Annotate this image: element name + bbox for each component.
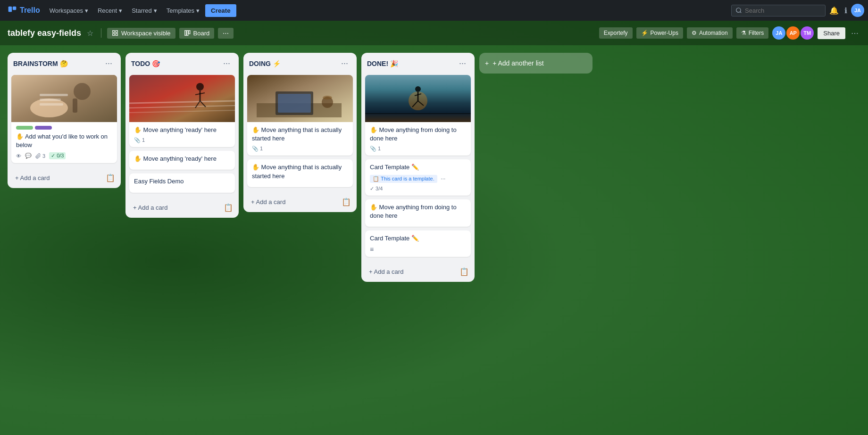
attach-badge: 📎 1	[134, 137, 145, 143]
card-done-1[interactable]: ✋ Move anything from doing to done here …	[365, 75, 471, 156]
card-body: ✋ Move anything 'ready' here	[129, 151, 235, 170]
workspaces-menu[interactable]: Workspaces ▾	[46, 5, 92, 16]
svg-rect-13	[40, 98, 61, 101]
list-menu-done[interactable]: ···	[456, 57, 469, 69]
board-view-button[interactable]: Board	[179, 28, 215, 39]
board-header: tablefy easy-fields ☆ Workspace visible …	[0, 21, 868, 45]
card-body: Card Template ✏️ 📋 This card is a templa…	[365, 159, 471, 195]
card-text-doing-1: ✋ Move anything that is actually started…	[252, 126, 348, 143]
exportefy-button[interactable]: Exportefy	[599, 27, 633, 39]
card-todo-3[interactable]: Easy Fields Demo	[129, 173, 235, 192]
templates-menu[interactable]: Templates ▾	[163, 5, 203, 16]
card-todo-1[interactable]: ✋ Move anything 'ready' here 📎 1	[129, 75, 235, 147]
star-button[interactable]: ☆	[85, 27, 95, 40]
list-footer-doing: + Add a card 📋	[243, 193, 357, 212]
starred-menu[interactable]: Starred ▾	[128, 5, 161, 16]
list-header-todo: TODO 🎯 ···	[125, 53, 239, 73]
card-text-done-1: ✋ Move anything from doing to done here	[370, 126, 466, 143]
svg-rect-1	[13, 7, 17, 10]
template-card-btn-todo[interactable]: 📋	[222, 201, 235, 214]
list-footer-done: + Add a card 📋	[361, 263, 475, 282]
desc-badge: ≡	[370, 246, 374, 253]
board-avatar-2[interactable]: AP	[786, 26, 800, 40]
checklist-badge-done2: ✓ 3/4	[370, 186, 383, 192]
app-logo: Trello	[4, 6, 44, 15]
card-text-brainstorm-1: ✋ Add what you'd like to work on below	[16, 132, 112, 149]
template-card-btn-doing[interactable]: 📋	[340, 196, 353, 208]
card-done-4[interactable]: Card Template ✏️ ≡	[365, 230, 471, 257]
template-menu-btn[interactable]: ···	[441, 175, 445, 182]
list-cards-doing: ✋ Move anything that is actually started…	[243, 73, 357, 193]
card-footer: ≡	[370, 246, 466, 253]
svg-rect-29	[278, 94, 311, 113]
board-menu-button[interactable]: ⋯	[849, 27, 860, 40]
svg-rect-0	[8, 7, 12, 12]
svg-rect-9	[189, 31, 190, 34]
customize-button[interactable]: ⋯	[218, 28, 234, 39]
board-icon	[184, 30, 191, 36]
svg-rect-8	[186, 31, 188, 36]
list-menu-todo[interactable]: ···	[220, 57, 233, 69]
card-body: ✋ Move anything that is actually started…	[247, 159, 353, 187]
powerups-button[interactable]: ⚡ Power-Ups	[636, 27, 683, 39]
add-card-doing[interactable]: + Add a card	[247, 196, 340, 208]
list-title-doing: DOING ⚡	[249, 60, 281, 67]
board-avatar-3[interactable]: TM	[801, 26, 814, 40]
filters-button[interactable]: ⚗ Filters	[736, 27, 769, 39]
svg-rect-4	[116, 31, 117, 33]
search-bar	[731, 5, 826, 16]
divider-1	[101, 28, 101, 38]
add-list-icon: +	[485, 59, 489, 67]
svg-rect-14	[40, 103, 63, 106]
card-done-2[interactable]: Card Template ✏️ 📋 This card is a templa…	[365, 159, 471, 195]
template-card-btn-done[interactable]: 📋	[458, 265, 471, 278]
svg-rect-3	[113, 31, 115, 33]
automation-button[interactable]: ⚙ Automation	[687, 27, 733, 39]
template-card-btn-brainstorm[interactable]: 📋	[104, 172, 117, 184]
card-body: Easy Fields Demo	[129, 173, 235, 192]
avatar-1[interactable]: JA	[851, 4, 864, 17]
create-button[interactable]: Create	[205, 4, 236, 17]
list-title-todo: TODO 🎯	[131, 60, 160, 67]
card-brainstorm-1[interactable]: ✋ Add what you'd like to work on below 👁…	[11, 75, 117, 163]
card-todo-2[interactable]: ✋ Move anything 'ready' here	[129, 151, 235, 170]
svg-rect-6	[116, 33, 117, 35]
list-cards-brainstorm: ✋ Add what you'd like to work on below 👁…	[8, 73, 121, 169]
label-purple	[35, 126, 52, 130]
card-text-done-2: Card Template ✏️	[370, 163, 466, 172]
card-text-todo-3: Easy Fields Demo	[134, 177, 230, 186]
checklist-badge: ✓ 0/3	[49, 152, 66, 159]
add-card-todo[interactable]: + Add a card	[129, 201, 222, 214]
search-input[interactable]	[745, 7, 816, 14]
card-footer: 📎 1	[252, 146, 348, 152]
recent-menu[interactable]: Recent ▾	[94, 5, 126, 16]
card-body: ✋ Add what you'd like to work on below 👁…	[11, 122, 117, 163]
share-button[interactable]: Share	[818, 27, 845, 39]
board-avatar-1[interactable]: JA	[772, 26, 785, 40]
list-header-done: DONE! 🎉 ···	[361, 53, 475, 73]
list-footer-todo: + Add a card 📋	[125, 198, 239, 218]
user-avatars: JA	[851, 4, 864, 17]
svg-point-31	[323, 96, 332, 99]
info-button[interactable]: ℹ	[843, 4, 849, 17]
board-title[interactable]: tablefy easy-fields	[8, 28, 81, 38]
list-menu-doing[interactable]: ···	[338, 57, 351, 69]
notifications-button[interactable]: 🔔	[827, 4, 841, 17]
list-menu-brainstorm[interactable]: ···	[102, 57, 115, 69]
add-another-list[interactable]: + + Add another list	[479, 53, 593, 74]
card-doing-1[interactable]: ✋ Move anything that is actually started…	[247, 75, 353, 156]
list-title-brainstorm: BRAINSTORM 🤔	[13, 60, 68, 67]
add-card-brainstorm[interactable]: + Add a card	[11, 172, 104, 184]
board-header-right: Exportefy ⚡ Power-Ups ⚙ Automation ⚗ Fil…	[599, 26, 860, 40]
add-list-label: + Add another list	[492, 59, 544, 67]
workspace-icon	[112, 30, 118, 36]
card-doing-2[interactable]: ✋ Move anything that is actually started…	[247, 159, 353, 187]
card-footer: 📎 1	[370, 146, 466, 152]
workspace-visible-button[interactable]: Workspace visible	[107, 28, 175, 39]
add-card-done[interactable]: + Add a card	[365, 265, 458, 278]
label-green	[16, 126, 33, 130]
card-body: ✋ Move anything 'ready' here 📎 1	[129, 122, 235, 147]
card-done-3[interactable]: ✋ Move anything from doing to done here	[365, 199, 471, 227]
list-header-brainstorm: BRAINSTORM 🤔 ···	[8, 53, 121, 73]
card-body: Card Template ✏️ ≡	[365, 230, 471, 257]
